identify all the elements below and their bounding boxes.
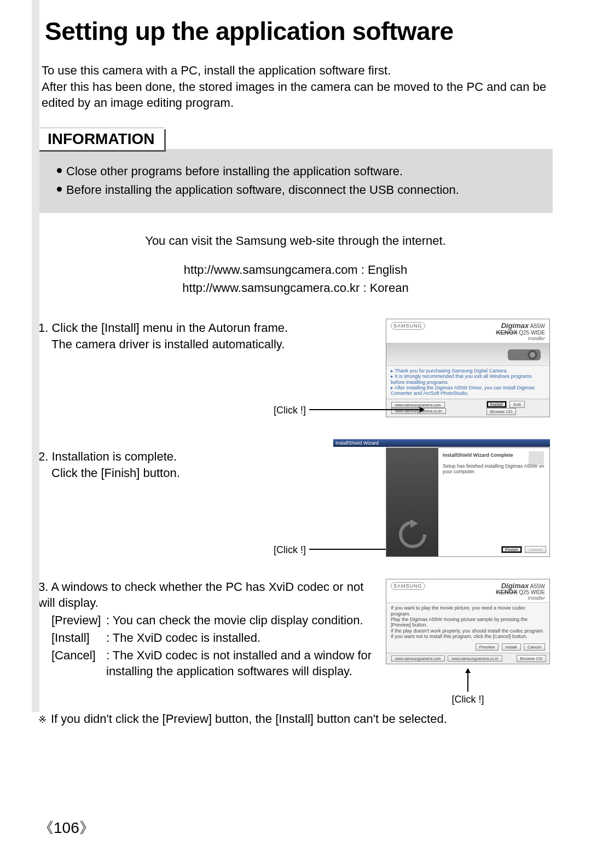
samsung-logo: SAMSUNG	[391, 582, 425, 590]
camera-icon	[502, 346, 546, 363]
exit-button[interactable]: Exit	[509, 401, 524, 408]
reference-mark-icon: ※	[38, 712, 47, 727]
info-bullet: Close other programs before installing t…	[57, 163, 542, 180]
def-label: [Cancel]	[51, 647, 106, 680]
box-icon	[529, 451, 544, 464]
step-line: A windows to check whether the PC has Xv…	[38, 580, 363, 610]
step-1-text: 1. Click the [Install] menu in the Autor…	[38, 320, 383, 417]
def-desc: : You can check the movie clip display c…	[106, 612, 363, 629]
step-2-screenshot-col: InstallShield Wizard InstallShield Wizar…	[383, 439, 553, 557]
step-line: The camera driver is installed automatic…	[51, 336, 378, 353]
install-button[interactable]: Install	[486, 401, 507, 408]
link-en[interactable]: www.samsungcamera.com	[391, 656, 445, 662]
browse-cd-button[interactable]: Browse CD	[517, 655, 546, 662]
installer-body: ▸ Thank you for purchasing Samsung Digit…	[386, 366, 549, 399]
step-3-text: 3. A windows to check whether the PC has…	[38, 579, 383, 680]
codec-check-screenshot: SAMSUNG Digimax A55W KENOX Q25 WIDE Inst…	[386, 579, 550, 665]
step-num: 1.	[38, 321, 48, 335]
step-1: 1. Click the [Install] menu in the Autor…	[38, 319, 553, 417]
link-en[interactable]: www.samsungcamera.com	[391, 402, 445, 408]
step-line: Click the [Install] menu in the Autorun …	[51, 321, 288, 335]
cancel-button[interactable]: Cancel	[524, 643, 545, 651]
footnote: ※ If you didn't click the [Preview] butt…	[38, 712, 553, 727]
step-line: Click the [Finish] button.	[51, 465, 378, 481]
installer-label: Installer	[528, 595, 545, 601]
def-desc: : The XviD codec is not installed and a …	[106, 647, 378, 680]
kenox-brand: KENOX	[496, 589, 518, 595]
autorun-installer-screenshot: SAMSUNG Digimax A55W KENOX Q25 WIDE Inst…	[386, 319, 550, 417]
arrow-right-icon	[309, 549, 397, 550]
def-install: [Install] : The XviD codec is installed.	[51, 630, 378, 646]
installer-label: Installer	[528, 336, 545, 341]
url-korean: http://www.samsungcamera.co.kr : Korean	[38, 279, 553, 297]
step-num: 3.	[38, 580, 48, 594]
information-box: Close other programs before installing t…	[38, 149, 553, 213]
click-label: [Click !]	[274, 404, 306, 417]
model-a55w: A55W	[530, 583, 545, 589]
bullet-dot-icon	[57, 168, 62, 173]
website-block: You can visit the Samsung web-site throu…	[38, 232, 553, 297]
installer-header: SAMSUNG Digimax A55W KENOX Q25 WIDE Inst…	[386, 579, 549, 603]
def-desc: : The XviD codec is installed.	[106, 630, 260, 646]
kenox-brand: KENOX	[496, 329, 518, 336]
installer-footer: www.samsungcamera.com www.samsungcamera.…	[386, 653, 549, 664]
samsung-logo: SAMSUNG	[391, 322, 425, 330]
wizard-titlebar: InstallShield Wizard	[333, 439, 550, 447]
svg-point-2	[530, 352, 535, 358]
def-label: [Preview]	[51, 612, 106, 629]
info-bullet-text: Before installing the application softwa…	[66, 182, 459, 198]
bullet-dot-icon	[57, 187, 62, 192]
angle-right-icon: 》	[79, 819, 95, 836]
footnote-text: If you didn't click the [Preview] button…	[51, 712, 447, 726]
step-line: Installation is complete.	[51, 450, 177, 463]
info-bullet-text: Close other programs before installing t…	[66, 163, 403, 180]
wizard-side-graphic	[386, 448, 438, 556]
preview-button[interactable]: Preview	[476, 643, 499, 651]
manual-page: Setting up the application software To u…	[0, 0, 591, 868]
refresh-arrow-icon	[396, 518, 429, 551]
left-margin-stripe	[32, 0, 39, 712]
link-kr[interactable]: www.samsungcamera.co.kr	[448, 656, 502, 662]
installshield-wizard-screenshot: InstallShield Wizard InstallShield Wizar…	[386, 447, 550, 557]
step-2: 2. Installation is complete. Click the […	[38, 439, 553, 557]
finish-button[interactable]: Finish	[501, 546, 522, 553]
visit-line: You can visit the Samsung web-site throu…	[38, 232, 553, 250]
step-num: 2.	[38, 450, 48, 463]
click-label: [Click !]	[451, 694, 484, 705]
page-title: Setting up the application software	[45, 16, 553, 46]
def-cancel: [Cancel] : The XviD codec is not install…	[51, 647, 378, 680]
arrow-right-icon	[309, 409, 424, 410]
intro-paragraph: To use this camera with a PC, install th…	[42, 62, 553, 111]
step-1-screenshot-col: SAMSUNG Digimax A55W KENOX Q25 WIDE Inst…	[383, 319, 553, 417]
click-label: [Click !]	[274, 543, 306, 556]
click-indicator: [Click !]	[451, 669, 484, 705]
model-a55w: A55W	[530, 323, 545, 329]
installer-header: SAMSUNG Digimax A55W KENOX Q25 WIDE Inst…	[386, 319, 549, 343]
installer-footer: www.samsungcamera.com www.samsungcamera.…	[386, 399, 549, 417]
model-q25: Q25 WIDE	[519, 330, 545, 336]
codec-body: If you want to play the movie picture, y…	[386, 603, 549, 641]
page-number: 《106》	[38, 818, 95, 838]
cancel-button[interactable]: Cancel	[525, 546, 546, 553]
def-preview: [Preview] : You can check the movie clip…	[51, 612, 378, 629]
def-label: [Install]	[51, 630, 106, 646]
angle-left-icon: 《	[38, 819, 54, 836]
step-3-screenshot-col: SAMSUNG Digimax A55W KENOX Q25 WIDE Inst…	[383, 579, 553, 706]
wizard-body: InstallShield Wizard Complete Setup has …	[438, 448, 549, 556]
browse-cd-button[interactable]: Browse CD	[486, 408, 516, 415]
step-3: 3. A windows to check whether the PC has…	[38, 579, 553, 706]
information-section: INFORMATION Close other programs before …	[38, 128, 553, 213]
info-bullet: Before installing the application softwa…	[57, 182, 542, 198]
wizard-complete-body: Setup has finished installing Digimax A5…	[443, 463, 545, 474]
install-button[interactable]: Install	[502, 643, 521, 651]
information-header: INFORMATION	[37, 128, 164, 150]
url-english: http://www.samsungcamera.com : English	[38, 261, 553, 279]
model-q25: Q25 WIDE	[519, 589, 545, 595]
arrow-up-icon	[467, 669, 468, 692]
step-2-text: 2. Installation is complete. Click the […	[38, 449, 383, 557]
